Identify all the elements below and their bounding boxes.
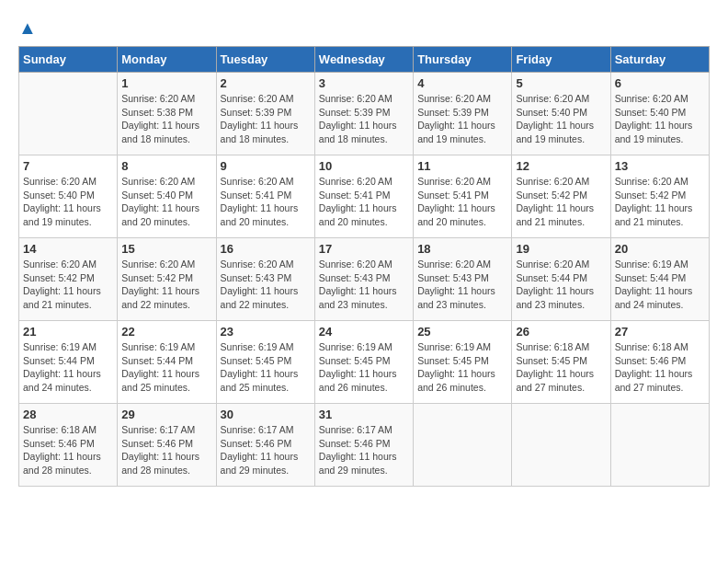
day-number: 15: [121, 242, 211, 256]
column-header-wednesday: Wednesday: [314, 47, 413, 73]
day-info: Sunrise: 6:20 AM Sunset: 5:39 PM Dayligh…: [417, 92, 507, 146]
day-number: 10: [319, 159, 409, 173]
calendar-week-row: 28Sunrise: 6:18 AM Sunset: 5:46 PM Dayli…: [19, 404, 710, 487]
calendar-cell: 28Sunrise: 6:18 AM Sunset: 5:46 PM Dayli…: [19, 404, 118, 487]
day-number: 5: [516, 76, 606, 90]
day-number: 12: [516, 159, 606, 173]
calendar-cell: 16Sunrise: 6:20 AM Sunset: 5:43 PM Dayli…: [216, 238, 314, 321]
logo-general-blue: ▲: [18, 18, 37, 37]
day-info: Sunrise: 6:19 AM Sunset: 5:44 PM Dayligh…: [615, 258, 705, 312]
calendar-cell: 7Sunrise: 6:20 AM Sunset: 5:40 PM Daylig…: [19, 155, 118, 238]
day-info: Sunrise: 6:20 AM Sunset: 5:43 PM Dayligh…: [417, 258, 507, 312]
day-info: Sunrise: 6:19 AM Sunset: 5:45 PM Dayligh…: [417, 340, 507, 395]
day-info: Sunrise: 6:20 AM Sunset: 5:40 PM Dayligh…: [516, 92, 606, 146]
day-info: Sunrise: 6:20 AM Sunset: 5:42 PM Dayligh…: [615, 175, 705, 229]
day-number: 22: [121, 325, 211, 339]
day-number: 30: [221, 408, 311, 421]
day-info: Sunrise: 6:19 AM Sunset: 5:45 PM Dayligh…: [221, 340, 311, 395]
calendar-cell: 30Sunrise: 6:17 AM Sunset: 5:46 PM Dayli…: [216, 404, 314, 487]
day-number: 21: [23, 325, 113, 339]
calendar-cell: 21Sunrise: 6:19 AM Sunset: 5:44 PM Dayli…: [19, 321, 118, 404]
day-info: Sunrise: 6:20 AM Sunset: 5:43 PM Dayligh…: [319, 258, 409, 312]
day-info: Sunrise: 6:20 AM Sunset: 5:40 PM Dayligh…: [121, 175, 211, 229]
column-header-tuesday: Tuesday: [216, 47, 314, 73]
day-number: 17: [319, 242, 409, 256]
day-number: 26: [516, 325, 606, 339]
day-info: Sunrise: 6:18 AM Sunset: 5:46 PM Dayligh…: [23, 423, 113, 477]
calendar-table: SundayMondayTuesdayWednesdayThursdayFrid…: [18, 46, 710, 487]
calendar-cell: 6Sunrise: 6:20 AM Sunset: 5:40 PM Daylig…: [610, 73, 709, 155]
day-info: Sunrise: 6:20 AM Sunset: 5:41 PM Dayligh…: [417, 175, 507, 229]
calendar-cell: 1Sunrise: 6:20 AM Sunset: 5:38 PM Daylig…: [118, 73, 216, 155]
day-number: 11: [417, 159, 507, 173]
calendar-cell: [512, 404, 610, 487]
day-number: 29: [121, 408, 211, 421]
day-number: 23: [221, 325, 311, 339]
day-number: 6: [615, 76, 705, 90]
calendar-cell: 14Sunrise: 6:20 AM Sunset: 5:42 PM Dayli…: [19, 238, 118, 321]
day-info: Sunrise: 6:20 AM Sunset: 5:38 PM Dayligh…: [121, 92, 211, 146]
day-number: 18: [417, 242, 507, 256]
day-number: 3: [319, 76, 409, 90]
day-number: 25: [417, 325, 507, 339]
calendar-week-row: 1Sunrise: 6:20 AM Sunset: 5:38 PM Daylig…: [19, 73, 710, 155]
column-header-saturday: Saturday: [610, 47, 709, 73]
column-header-monday: Monday: [118, 47, 216, 73]
column-header-sunday: Sunday: [19, 47, 118, 73]
day-number: 14: [23, 242, 113, 256]
column-header-thursday: Thursday: [414, 47, 512, 73]
day-info: Sunrise: 6:18 AM Sunset: 5:46 PM Dayligh…: [615, 340, 705, 395]
day-info: Sunrise: 6:20 AM Sunset: 5:42 PM Dayligh…: [516, 175, 606, 229]
calendar-cell: 13Sunrise: 6:20 AM Sunset: 5:42 PM Dayli…: [610, 155, 709, 238]
calendar-cell: 26Sunrise: 6:18 AM Sunset: 5:45 PM Dayli…: [512, 321, 610, 404]
calendar-cell: 2Sunrise: 6:20 AM Sunset: 5:39 PM Daylig…: [216, 73, 314, 155]
calendar-cell: 4Sunrise: 6:20 AM Sunset: 5:39 PM Daylig…: [414, 73, 512, 155]
day-number: 20: [615, 242, 705, 256]
calendar-cell: 25Sunrise: 6:19 AM Sunset: 5:45 PM Dayli…: [414, 321, 512, 404]
day-info: Sunrise: 6:17 AM Sunset: 5:46 PM Dayligh…: [121, 423, 211, 477]
day-info: Sunrise: 6:20 AM Sunset: 5:41 PM Dayligh…: [319, 175, 409, 229]
calendar-cell: 15Sunrise: 6:20 AM Sunset: 5:42 PM Dayli…: [118, 238, 216, 321]
day-info: Sunrise: 6:20 AM Sunset: 5:40 PM Dayligh…: [615, 92, 705, 146]
day-number: 8: [121, 159, 211, 173]
calendar-cell: 3Sunrise: 6:20 AM Sunset: 5:39 PM Daylig…: [314, 73, 413, 155]
calendar-cell: 19Sunrise: 6:20 AM Sunset: 5:44 PM Dayli…: [512, 238, 610, 321]
day-number: 27: [615, 325, 705, 339]
day-info: Sunrise: 6:20 AM Sunset: 5:42 PM Dayligh…: [121, 258, 211, 312]
day-info: Sunrise: 6:20 AM Sunset: 5:39 PM Dayligh…: [221, 92, 311, 146]
day-number: 16: [221, 242, 311, 256]
day-number: 31: [319, 408, 409, 421]
day-number: 9: [221, 159, 311, 173]
day-number: 7: [23, 159, 113, 173]
calendar-cell: 22Sunrise: 6:19 AM Sunset: 5:44 PM Dayli…: [118, 321, 216, 404]
calendar-cell: 24Sunrise: 6:19 AM Sunset: 5:45 PM Dayli…: [314, 321, 413, 404]
day-info: Sunrise: 6:18 AM Sunset: 5:45 PM Dayligh…: [516, 340, 606, 395]
calendar-cell: 31Sunrise: 6:17 AM Sunset: 5:46 PM Dayli…: [314, 404, 413, 487]
calendar-cell: 23Sunrise: 6:19 AM Sunset: 5:45 PM Dayli…: [216, 321, 314, 404]
calendar-cell: 12Sunrise: 6:20 AM Sunset: 5:42 PM Dayli…: [512, 155, 610, 238]
calendar-cell: [414, 404, 512, 487]
day-info: Sunrise: 6:17 AM Sunset: 5:46 PM Dayligh…: [319, 423, 409, 477]
page-header: ▲: [18, 18, 710, 37]
calendar-cell: 8Sunrise: 6:20 AM Sunset: 5:40 PM Daylig…: [118, 155, 216, 238]
day-info: Sunrise: 6:19 AM Sunset: 5:44 PM Dayligh…: [121, 340, 211, 395]
day-info: Sunrise: 6:20 AM Sunset: 5:41 PM Dayligh…: [221, 175, 311, 229]
calendar-cell: 5Sunrise: 6:20 AM Sunset: 5:40 PM Daylig…: [512, 73, 610, 155]
day-number: 24: [319, 325, 409, 339]
day-number: 2: [221, 76, 311, 90]
calendar-cell: 20Sunrise: 6:19 AM Sunset: 5:44 PM Dayli…: [610, 238, 709, 321]
calendar-week-row: 7Sunrise: 6:20 AM Sunset: 5:40 PM Daylig…: [19, 155, 710, 238]
calendar-cell: [610, 404, 709, 487]
calendar-cell: [19, 73, 118, 155]
day-info: Sunrise: 6:20 AM Sunset: 5:43 PM Dayligh…: [221, 258, 311, 312]
calendar-cell: 10Sunrise: 6:20 AM Sunset: 5:41 PM Dayli…: [314, 155, 413, 238]
calendar-week-row: 14Sunrise: 6:20 AM Sunset: 5:42 PM Dayli…: [19, 238, 710, 321]
day-info: Sunrise: 6:19 AM Sunset: 5:45 PM Dayligh…: [319, 340, 409, 395]
calendar-cell: 27Sunrise: 6:18 AM Sunset: 5:46 PM Dayli…: [610, 321, 709, 404]
calendar-week-row: 21Sunrise: 6:19 AM Sunset: 5:44 PM Dayli…: [19, 321, 710, 404]
logo: ▲: [18, 18, 37, 37]
calendar-cell: 11Sunrise: 6:20 AM Sunset: 5:41 PM Dayli…: [414, 155, 512, 238]
day-info: Sunrise: 6:19 AM Sunset: 5:44 PM Dayligh…: [23, 340, 113, 395]
calendar-cell: 17Sunrise: 6:20 AM Sunset: 5:43 PM Dayli…: [314, 238, 413, 321]
column-header-friday: Friday: [512, 47, 610, 73]
